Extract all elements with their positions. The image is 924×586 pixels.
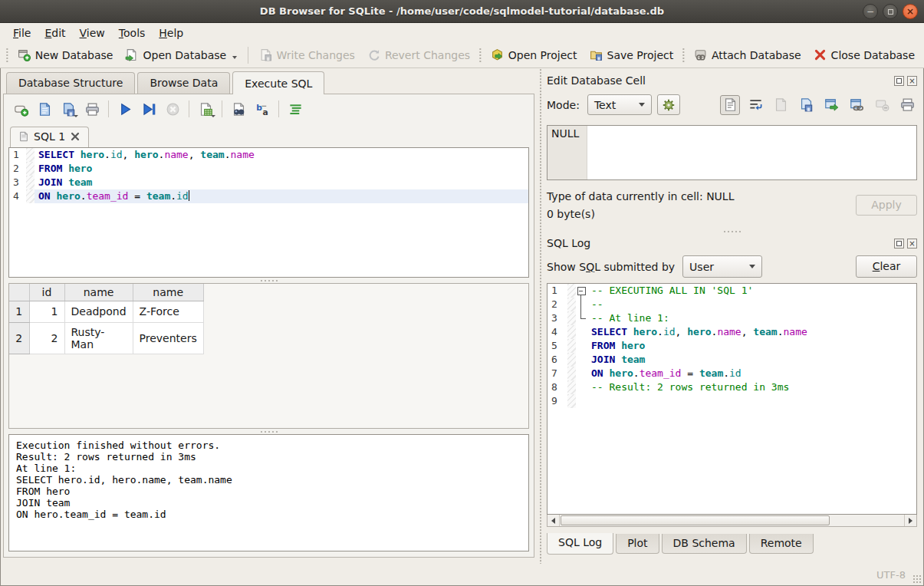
new-database-button[interactable]: New Database [12,44,120,65]
cell-editor[interactable]: NULL [547,125,917,180]
mode-select[interactable]: Text [587,94,652,115]
export-cell-data-button[interactable] [796,95,816,115]
format-sql-button[interactable] [286,100,304,118]
table-cell[interactable]: Rusty-Man [64,322,133,354]
splitter-handle[interactable] [547,229,917,234]
tab-database-structure[interactable]: Database Structure [6,72,135,94]
save-sql-file-button[interactable] [59,100,77,118]
code-line-6[interactable]: 6JOIN team [547,353,916,367]
tab-execute-sql[interactable]: Execute SQL [232,71,324,94]
word-wrap-button[interactable] [745,95,765,115]
resize-grip[interactable] [912,574,922,584]
fold-marker-icon[interactable] [576,284,587,298]
submitted-by-select[interactable]: User [682,255,762,278]
code-line-5[interactable]: 5FROM hero [547,339,916,353]
code-line-3[interactable]: 3-- At line 1: [547,311,916,325]
close-database-button[interactable]: Close Database [807,44,921,65]
encoding-indicator: UTF-8 [876,569,906,581]
menu-view[interactable]: View [73,25,112,41]
open-sql-file-button[interactable] [35,100,54,118]
table-cell[interactable]: 1 [29,301,64,322]
code-line-8[interactable]: 8-- Result: 2 rows returned in 3ms [547,380,916,394]
find-button[interactable] [229,100,248,118]
code-line-9[interactable]: 9 [547,394,916,408]
code-line-4[interactable]: 4ON hero.team_id = team.id [9,189,528,203]
log-horizontal-scrollbar[interactable] [547,515,917,527]
code-line-7[interactable]: 7ON hero.team_id = team.id [547,367,916,380]
attach-database-button[interactable]: Attach Database [688,44,807,65]
gutter-margin [567,394,576,408]
find-replace-button[interactable] [253,100,271,118]
text-mode-button[interactable] [720,95,740,115]
save-project-button[interactable]: Save Project [584,44,680,65]
code-line-4[interactable]: 4SELECT hero.id, hero.name, team.name [547,325,916,339]
code-line-2[interactable]: 2-- [547,298,916,311]
splitter-handle[interactable] [4,278,534,283]
row-header[interactable]: 2 [9,322,29,354]
sql-log-view[interactable]: 1-- EXECUTING ALL IN 'SQL 1'2--3-- At li… [547,283,917,515]
float-dock-icon[interactable] [894,76,904,86]
scrollbar-thumb[interactable] [561,515,830,525]
toolbar-handle[interactable] [6,47,8,64]
scroll-left-arrow-icon[interactable] [547,515,560,526]
dock-tab-plot[interactable]: Plot [616,534,659,554]
splitter-handle[interactable] [4,429,534,434]
close-button[interactable]: × [903,4,918,19]
title-bar[interactable]: DB Browser for SQLite - /home/user/code/… [0,0,924,23]
close-tab-icon[interactable] [70,131,81,142]
toolbar-handle[interactable] [682,47,685,64]
table-cell[interactable]: Deadpond [64,301,133,322]
maximize-button[interactable] [883,4,898,19]
corner-header[interactable] [9,284,29,301]
float-dock-icon[interactable] [894,239,904,249]
scroll-right-arrow-icon[interactable] [904,515,916,526]
main-toolbar: New DatabaseOpen DatabaseWrite ChangesRe… [0,42,924,68]
print-cell-button[interactable] [897,95,917,115]
execute-all-button[interactable] [116,100,134,118]
open-in-external-app-button[interactable] [821,95,841,115]
clear-log-button[interactable]: Clear [856,255,917,278]
sql-file-tab[interactable]: SQL 1 [10,127,89,147]
dropdown-caret-icon[interactable] [74,115,78,117]
menu-file[interactable]: File [6,25,38,41]
row-header[interactable]: 1 [9,301,29,322]
close-dock-icon[interactable]: × [907,76,917,86]
table-cell[interactable]: 2 [29,322,64,354]
print-sql-button[interactable] [83,100,101,118]
new-sql-tab-icon [14,102,28,117]
dock-tab-db-schema[interactable]: DB Schema [662,534,747,554]
menu-tools[interactable]: Tools [112,25,153,41]
minimize-button[interactable]: − [863,4,878,19]
dropdown-caret-icon[interactable] [211,115,215,117]
code-line-1[interactable]: 1-- EXECUTING ALL IN 'SQL 1' [547,284,916,298]
save-results-button[interactable] [196,100,215,118]
dock-tab-sql-log[interactable]: SQL Log [547,533,613,555]
open-database-button[interactable]: Open Database [119,44,243,65]
execute-current-line-button[interactable] [140,100,158,118]
toolbar-button-label: Save Project [607,49,674,61]
fold-margin [576,394,587,408]
column-header-name[interactable]: name [133,284,203,301]
dock-tab-remote[interactable]: Remote [749,534,814,554]
menu-edit[interactable]: Edit [38,25,72,41]
table-cell[interactable]: Z-Force [133,301,203,322]
auto-switch-mode-button[interactable] [657,94,680,115]
code-line-2[interactable]: 2FROM hero [9,162,528,176]
code-line-3[interactable]: 3JOIN team [9,176,528,189]
line-number: 8 [547,380,567,394]
code-text: ON hero.team_id = team.id [587,367,916,380]
open-as-link-button[interactable] [847,95,866,115]
new-sql-tab-button[interactable] [12,100,30,118]
sql-editor[interactable]: 1SELECT hero.id, hero.name, team.name2FR… [8,147,529,278]
column-header-id[interactable]: id [29,284,64,301]
fold-margin [576,380,587,394]
code-line-1[interactable]: 1SELECT hero.id, hero.name, team.name [9,148,528,162]
dropdown-caret-icon[interactable] [232,56,237,59]
column-header-name[interactable]: name [64,284,133,301]
toolbar-handle[interactable] [479,47,482,64]
table-cell[interactable]: Preventers [133,322,203,354]
open-project-button[interactable]: Open Project [485,44,584,65]
tab-browse-data[interactable]: Browse Data [137,72,230,94]
close-dock-icon[interactable]: × [907,239,917,249]
menu-help[interactable]: Help [152,25,190,41]
